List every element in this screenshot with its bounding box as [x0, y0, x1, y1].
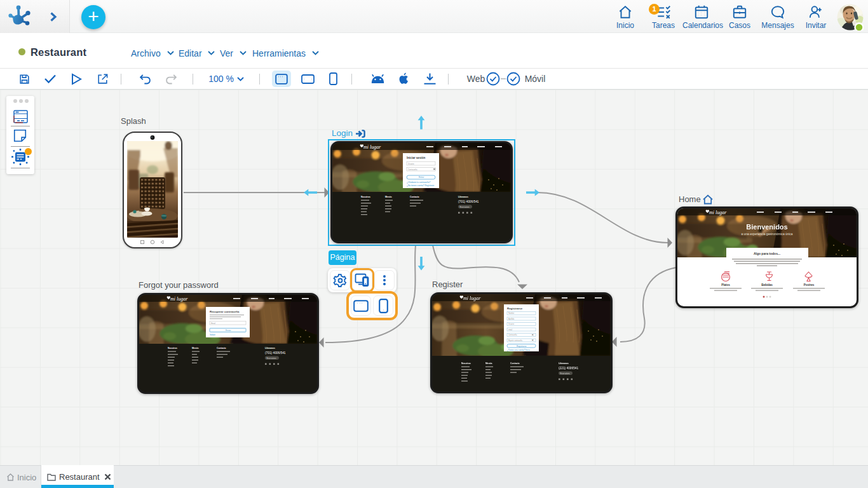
svg-text:Contacto: Contacto [217, 347, 226, 349]
svg-text:Menús: Menús [192, 347, 199, 349]
svg-text:Contacto: Contacto [510, 362, 520, 365]
svg-text:mi lugar: mi lugar [709, 210, 727, 215]
svg-text:Llámanos: Llámanos [458, 196, 468, 198]
svg-text:Bebidas: Bebidas [761, 283, 773, 287]
svg-text:a una experiencia gastronómica: a una experiencia gastronómica única [742, 233, 793, 236]
svg-text:¿Tienes una cuenta? Inicia: ¿Tienes una cuenta? Inicia [507, 349, 530, 351]
svg-text:(221) 4006541: (221) 4006541 [559, 367, 579, 370]
svg-text:Usuario: Usuario [408, 163, 414, 165]
svg-text:Bienvenidos: Bienvenidos [746, 223, 787, 231]
svg-text:Llámanos: Llámanos [559, 362, 569, 365]
svg-text:Contraseña: Contraseña [408, 168, 417, 171]
svg-text:Nosotros: Nosotros [461, 362, 471, 365]
svg-text:¿No tienes cuenta? Regístrate: ¿No tienes cuenta? Regístrate [407, 184, 434, 187]
svg-text:Contraseña: Contraseña [508, 334, 517, 336]
svg-text:Nombre: Nombre [508, 312, 515, 315]
svg-text:email: email [508, 329, 513, 331]
svg-text:(701) 4006/541: (701) 4006/541 [458, 200, 479, 203]
svg-text:Entrar: Entrar [419, 176, 424, 179]
svg-text:Llámanos: Llámanos [265, 347, 275, 349]
svg-text:¿Olvidaste tu contraseña?: ¿Olvidaste tu contraseña? [407, 181, 430, 184]
svg-text:Enviar: Enviar [226, 329, 231, 332]
svg-text:Reservations: Reservations [460, 206, 470, 208]
svg-text:(701) 4006/541: (701) 4006/541 [265, 351, 286, 355]
svg-text:Platos: Platos [721, 283, 730, 287]
svg-text:Recuperar contraseña: Recuperar contraseña [210, 310, 240, 313]
svg-text:mi lugar: mi lugar [170, 296, 188, 302]
svg-text:Reservations: Reservations [560, 372, 571, 375]
svg-text:Algo para todos...: Algo para todos... [754, 252, 781, 255]
svg-text:Reservations: Reservations [267, 357, 277, 360]
svg-text:Usuario: Usuario [508, 323, 514, 325]
svg-text:Registrarse: Registrarse [517, 345, 527, 348]
svg-text:Nosotros: Nosotros [361, 196, 370, 198]
svg-text:Repetir contraseña: Repetir contraseña [508, 339, 522, 342]
svg-text:Menús: Menús [385, 196, 392, 198]
svg-text:Contacto: Contacto [410, 196, 419, 198]
svg-text:Menús: Menús [485, 362, 492, 365]
svg-text:Nosotros: Nosotros [168, 347, 177, 349]
svg-text:mi lugar: mi lugar [363, 144, 381, 150]
svg-text:Iniciar sesión: Iniciar sesión [407, 156, 426, 159]
svg-text:Volver: Volver [210, 334, 216, 336]
svg-text:Apellido: Apellido [508, 318, 515, 320]
svg-text:Email: Email [211, 322, 215, 325]
svg-text:mi lugar: mi lugar [463, 295, 481, 301]
svg-text:Postres: Postres [804, 283, 815, 287]
svg-text:Registrarse: Registrarse [507, 307, 523, 310]
